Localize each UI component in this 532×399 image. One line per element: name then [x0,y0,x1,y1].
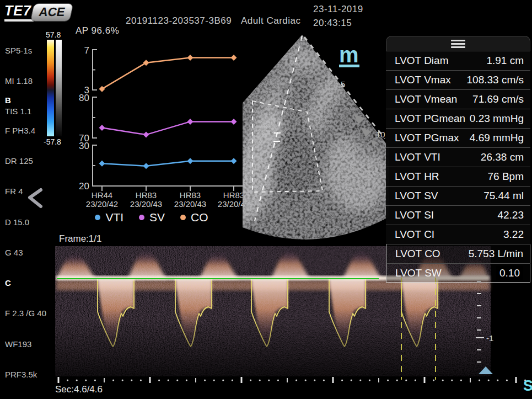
corner-glyph-icon[interactable]: S [523,377,532,395]
table-row[interactable]: LVOT VTI26.38 cm [386,147,530,167]
trend-legend: VTI SV CO [72,211,232,224]
legend-item-vti: VTI [95,211,123,224]
ruler-tick [442,379,444,381]
ruler-tick [415,379,416,381]
table-row[interactable]: LVOT SI42.23 [386,205,530,225]
data-point-vti [99,161,105,167]
row-label: LVOT PGmean [395,113,465,125]
series-line-vti [102,161,234,166]
data-point-sv [231,119,237,125]
ultrasound-screen: TE7 ACE 20191123-203537-3B69 Adult Cardi… [0,0,532,399]
ruler-tick [149,377,151,383]
c-prf-label: PRF3.5k [5,370,46,380]
co-dot-icon [180,215,186,220]
mode-b-label: B [5,95,46,105]
table-row[interactable]: LVOT PGmax4.69 mmHg [386,128,530,147]
ruler-tick [94,379,96,381]
device-logo: TE7 ACE [4,3,71,22]
ruler-tick [369,379,370,381]
table-row[interactable]: LVOT CI3.22 [386,225,530,244]
data-point-co [143,60,149,66]
x-label-hr: HR83 [136,190,157,200]
ruler-tick [277,379,279,381]
table-row[interactable]: LVOT SV75.44 ml [386,186,530,205]
sweep-time-label: Sec:4.6/4.6 [55,384,103,395]
row-label: LVOT Diam [395,55,449,67]
color-scale-max: 57.8 [46,30,61,39]
data-point-vti [143,163,149,169]
probe-label: SP5-1s [5,46,33,56]
series-line-co [102,58,234,89]
row-value: 71.69 cm/s [472,93,524,105]
row-value: 75.44 ml [483,190,524,202]
ruler-tick [305,379,307,381]
table-row[interactable]: LVOT Diam1.91 cm [386,51,530,70]
row-label: LVOT SV [395,190,438,202]
ruler-tick [168,379,169,381]
legend-label-sv: SV [149,211,165,224]
c-freq-gain-label: F 2.3 /G 40 [5,308,46,318]
ruler-tick [488,379,490,381]
ruler-tick [58,377,60,383]
ruler-tick [396,379,398,381]
y-axis-co [93,50,97,90]
y-axis-vti [93,145,97,186]
measurement-panel-header[interactable] [386,36,530,51]
b-gain-label: G 43 [5,248,46,258]
ruler-tick [433,379,434,381]
table-row[interactable]: LVOT PGmean0.23 mmHg [386,109,530,128]
row-value: 26.38 cm [481,151,524,163]
row-label: LVOT HR [395,171,439,183]
row-label: LVOT SW [395,267,442,279]
ruler-tick [250,379,251,381]
ruler-tick [204,379,206,381]
ruler-tick [186,379,187,381]
x-label-time: 23/20/42 [86,199,118,209]
echo-2d-image: 5 10 m [243,30,389,240]
ruler-tick [515,377,517,383]
x-axis [93,186,244,191]
b-freq-label: F PH3.4 [5,126,46,136]
ruler-tick [232,379,233,381]
b-depth-label: D 15.0 [5,217,46,227]
depth-label-10: 10 [376,130,385,139]
row-value: 1.91 cm [486,55,524,67]
ruler-tick [332,377,334,383]
ruler-tick [451,379,453,381]
table-row[interactable]: LVOT Vmean71.69 cm/s [386,89,530,109]
ruler-tick [112,379,114,381]
table-row[interactable]: LVOT Vmax108.33 cm/s [386,70,530,89]
mode-c-label: C [5,278,46,288]
row-value: 42.23 [497,209,524,221]
row-value: 4.69 mmHg [470,132,524,144]
ymax-label: 30 [79,141,89,151]
ruler-tick [323,379,325,381]
data-point-vti [231,158,237,164]
ruler-tick [67,379,68,381]
ruler-tick [387,379,389,381]
legend-label-vti: VTI [105,211,123,224]
color-scale-min: -57.8 [44,137,61,146]
depth-label-5: 5 [341,79,345,89]
row-label: LVOT Vmean [395,93,457,105]
ruler-tick [287,378,288,382]
spectral-fade [55,319,491,381]
ruler-tick [424,377,426,383]
row-value: 0.23 mmHg [470,113,524,125]
c-wf-label: WF193 [5,339,46,349]
ruler-tick [359,379,361,381]
table-row[interactable]: LVOT SW0.10 [386,263,530,283]
row-value: 108.33 cm/s [467,74,524,86]
data-point-vti [187,158,194,164]
ruler-tick [158,379,160,381]
time-label: 20:43:15 [313,16,363,30]
row-label: LVOT Vmax [395,74,451,86]
menu-icon[interactable] [451,40,465,48]
vti-dot-icon [95,215,100,220]
ruler-tick [405,379,407,381]
data-point-sv [99,125,105,131]
table-row[interactable]: LVOT CO5.753 L/min [386,244,530,263]
ruler-tick [122,379,123,381]
legend-label-co: CO [191,211,208,224]
table-row[interactable]: LVOT HR76 Bpm [386,167,530,186]
